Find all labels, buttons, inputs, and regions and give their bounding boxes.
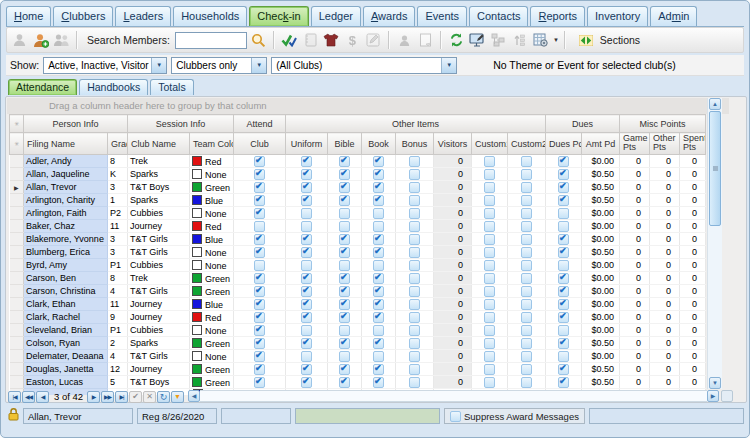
team-color-cell[interactable]: Green	[190, 363, 234, 376]
custom2-checkbox-cell[interactable]	[508, 155, 546, 168]
checkbox-unchecked[interactable]	[409, 312, 420, 323]
checkbox-checked[interactable]	[558, 234, 569, 245]
column-header-custom2[interactable]: Custom2	[508, 133, 546, 155]
book-checkbox-cell[interactable]	[362, 376, 396, 389]
checkbox-unchecked[interactable]	[409, 338, 420, 349]
checkbox-unchecked[interactable]	[521, 286, 532, 297]
column-header-other-pts[interactable]: Other Pts	[650, 133, 680, 155]
tab-reports[interactable]: Reports	[530, 6, 585, 26]
club-name-cell[interactable]: T&T Boys	[128, 181, 190, 194]
other-pts-cell[interactable]: 0	[650, 272, 680, 285]
club-checkbox-cell[interactable]	[234, 337, 286, 350]
checkbox-unchecked[interactable]	[521, 260, 532, 271]
column-header-bonus[interactable]: Bonus	[396, 133, 434, 155]
sections-button[interactable]: Sections	[571, 30, 646, 50]
checkbox-unchecked[interactable]	[373, 325, 384, 336]
checkbox-unchecked[interactable]	[409, 182, 420, 193]
checkbox-checked[interactable]	[254, 169, 265, 180]
dues-pd-checkbox-cell[interactable]	[546, 324, 582, 337]
club-checkbox-cell[interactable]	[234, 298, 286, 311]
book-checkbox-cell[interactable]	[362, 194, 396, 207]
club-name-cell[interactable]: Sparks	[128, 168, 190, 181]
checkbox-checked[interactable]	[301, 312, 312, 323]
book-checkbox-cell[interactable]	[362, 220, 396, 233]
club-name-cell[interactable]: Cubbies	[128, 259, 190, 272]
custom2-checkbox-cell[interactable]	[508, 350, 546, 363]
checkbox-unchecked[interactable]	[254, 221, 265, 232]
grade-cell[interactable]: 3	[108, 181, 128, 194]
checkbox-unchecked[interactable]	[484, 364, 495, 375]
checkbox-checked[interactable]	[558, 169, 569, 180]
checkbox-unchecked[interactable]	[409, 377, 420, 388]
bible-checkbox-cell[interactable]	[328, 181, 362, 194]
nav-next-button[interactable]: ▶	[87, 391, 100, 403]
checkbox-unchecked[interactable]	[558, 260, 569, 271]
nav-first-button[interactable]: |◀	[8, 391, 21, 403]
club-checkbox-cell[interactable]	[234, 350, 286, 363]
other-pts-cell[interactable]: 0	[650, 181, 680, 194]
dues-pd-checkbox-cell[interactable]	[546, 285, 582, 298]
checkbox-checked[interactable]	[373, 377, 384, 388]
grade-cell[interactable]: 4	[108, 350, 128, 363]
game-pts-cell[interactable]: 0	[620, 246, 650, 259]
member-type-dropdown[interactable]: Clubbers only ▼	[171, 57, 267, 74]
checkbox-unchecked[interactable]	[521, 312, 532, 323]
dues-pd-checkbox-cell[interactable]	[546, 194, 582, 207]
checkbox-unchecked[interactable]	[521, 325, 532, 336]
checkbox-unchecked[interactable]	[521, 169, 532, 180]
uniform-checkbox-cell[interactable]	[286, 181, 328, 194]
amt-pd-cell[interactable]: $0.50	[582, 246, 620, 259]
dues-pd-checkbox-cell[interactable]	[546, 233, 582, 246]
filing-name-cell[interactable]: Colson, Ryan	[24, 337, 108, 350]
checkbox-checked[interactable]	[339, 182, 350, 193]
vertical-scrollbar[interactable]: ▲ ▼	[707, 98, 722, 389]
checkbox-checked[interactable]	[339, 156, 350, 167]
amt-pd-cell[interactable]: $0.00	[582, 324, 620, 337]
dues-pd-checkbox-cell[interactable]	[546, 181, 582, 194]
column-header-club-name[interactable]: Club Name	[128, 133, 190, 155]
checkbox-checked[interactable]	[373, 234, 384, 245]
filing-name-cell[interactable]: Blumberg, Erica	[24, 246, 108, 259]
checkbox-checked[interactable]	[339, 286, 350, 297]
custom1-checkbox-cell[interactable]	[472, 350, 508, 363]
checkbox-checked[interactable]	[339, 234, 350, 245]
column-header-grade[interactable]: Grade	[108, 133, 128, 155]
filing-name-cell[interactable]: Douglas, Janetta	[24, 363, 108, 376]
dues-pd-checkbox-cell[interactable]	[546, 311, 582, 324]
bible-checkbox-cell[interactable]	[328, 376, 362, 389]
checkbox-checked[interactable]	[254, 312, 265, 323]
column-header-visitors[interactable]: Visitors	[434, 133, 472, 155]
dues-pd-checkbox-cell[interactable]	[546, 220, 582, 233]
other-pts-cell[interactable]: 0	[650, 246, 680, 259]
custom1-checkbox-cell[interactable]	[472, 272, 508, 285]
horizontal-scroll-track[interactable]	[200, 390, 707, 402]
custom1-checkbox-cell[interactable]	[472, 259, 508, 272]
checkbox-checked[interactable]	[558, 364, 569, 375]
bible-checkbox-cell[interactable]	[328, 220, 362, 233]
custom1-checkbox-cell[interactable]	[472, 311, 508, 324]
amt-pd-cell[interactable]: $0.00	[582, 207, 620, 220]
checkbox-unchecked[interactable]	[409, 299, 420, 310]
checkbox-unchecked[interactable]	[484, 260, 495, 271]
spent-pts-cell[interactable]: 0	[680, 376, 706, 389]
team-color-cell[interactable]: None	[190, 207, 234, 220]
bonus-checkbox-cell[interactable]	[396, 298, 434, 311]
amt-pd-cell[interactable]: $0.00	[582, 272, 620, 285]
spent-pts-cell[interactable]: 0	[680, 272, 706, 285]
filing-name-cell[interactable]: Arlington, Charity	[24, 194, 108, 207]
book-checkbox-cell[interactable]	[362, 272, 396, 285]
custom2-checkbox-cell[interactable]	[508, 220, 546, 233]
book-checkbox-cell[interactable]	[362, 311, 396, 324]
checkbox-unchecked[interactable]	[484, 182, 495, 193]
game-pts-cell[interactable]: 0	[620, 337, 650, 350]
grid-row[interactable]: Arlington, Charity1SparksBlue0$0.50000	[10, 194, 706, 207]
handbook-icon[interactable]	[301, 31, 320, 49]
checkbox-unchecked[interactable]	[484, 299, 495, 310]
checkbox-checked[interactable]	[373, 312, 384, 323]
add-member-icon[interactable]	[31, 31, 50, 49]
bonus-checkbox-cell[interactable]	[396, 350, 434, 363]
column-header-game-pts[interactable]: Game Pts	[620, 133, 650, 155]
custom2-checkbox-cell[interactable]	[508, 285, 546, 298]
checkbox-unchecked[interactable]	[484, 156, 495, 167]
book-checkbox-cell[interactable]	[362, 298, 396, 311]
